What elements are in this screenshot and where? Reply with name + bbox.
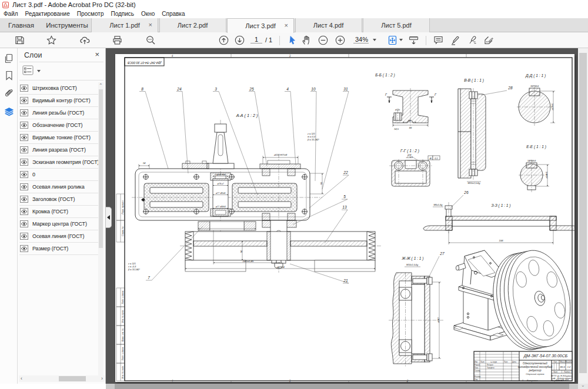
vertical-scrollbar-thumb[interactable] (579, 53, 587, 373)
fill-sign-icon[interactable] (467, 35, 478, 46)
layer-row[interactable]: Обозначение (ГОСТ) (19, 119, 102, 132)
panel-close-icon[interactable]: × (95, 50, 99, 59)
layer-row[interactable]: Маркер центра (ГОСТ) (19, 218, 102, 230)
view-label-dd: Д-Д ( 1 : 1 ) (525, 73, 546, 78)
menu-item[interactable]: Подпись (107, 11, 138, 17)
layer-visibility-eye-icon[interactable] (20, 196, 28, 203)
layer-visibility-eye-icon[interactable] (20, 208, 28, 215)
layer-options-icon[interactable] (22, 65, 34, 76)
tab-close-icon[interactable]: × (285, 21, 288, 29)
vertical-scrollbar[interactable] (578, 48, 588, 384)
zone-label: 4 (172, 55, 173, 58)
next-page-icon[interactable] (234, 35, 245, 46)
layer-visibility-eye-icon[interactable] (20, 183, 28, 190)
layer-visibility-eye-icon[interactable] (20, 233, 28, 240)
zoom-level-input[interactable]: 34% (353, 36, 369, 43)
chevron-up-icon[interactable]: ⌃ (99, 83, 103, 88)
print-icon[interactable] (112, 35, 123, 46)
layer-visibility-eye-icon[interactable] (20, 122, 28, 129)
acrobat-window: Лист 3.pdf - Adobe Acrobat Pro DC (32-bi… (0, 0, 588, 389)
callout: 4 (286, 87, 289, 91)
layers-icon[interactable] (4, 107, 14, 117)
hand-tool-icon[interactable] (301, 35, 312, 46)
tb-row: Разраб. (475, 364, 480, 366)
layer-visibility-eye-icon[interactable] (20, 146, 28, 153)
layer-visibility-eye-icon[interactable] (20, 245, 28, 252)
zoom-in-icon[interactable] (335, 35, 346, 46)
nav-tab[interactable]: Главная (6, 18, 36, 32)
document-area[interactable]: 4 3 4 3 2 ДМ-ЗКГ-54-07.30.00СБ Перв. при… (106, 48, 578, 384)
star-icon[interactable] (46, 35, 57, 46)
layer-row[interactable]: Заголовок (ГОСТ) (19, 193, 102, 206)
arrow-right-icon[interactable]: › (101, 375, 103, 381)
stamp-label: Инв. № дубл. (122, 310, 124, 323)
menu-item[interactable]: Окно (138, 11, 158, 17)
page-thumbnails-icon[interactable] (4, 53, 14, 63)
attachments-icon[interactable] (4, 88, 14, 98)
page-number-input[interactable]: 1 (250, 36, 262, 43)
zoom-dropdown-caret[interactable] (373, 39, 376, 41)
tab-close-icon[interactable]: × (149, 21, 152, 29)
layer-row[interactable]: Осевая линия (ГОСТ) (19, 230, 102, 243)
layer-row[interactable]: 0 (19, 169, 102, 181)
layer-row[interactable]: Линия резьбы (ГОСТ) (19, 107, 102, 119)
scrolling-mode-icon[interactable] (408, 35, 419, 46)
menu-item[interactable]: Файл (0, 11, 22, 17)
panel-vscroll-thumb[interactable] (99, 89, 103, 248)
layer-visibility-eye-icon[interactable] (20, 220, 28, 227)
layer-row[interactable]: Видимый контур (ГОСТ) (19, 95, 102, 107)
layer-visibility-eye-icon[interactable] (20, 109, 28, 116)
callout: 3 (215, 87, 217, 91)
horizontal-scrollbar-thumb[interactable] (115, 384, 569, 389)
dim-label: ⌀478,4 (276, 266, 285, 269)
layer-visibility-eye-icon[interactable] (20, 171, 28, 178)
menu-item[interactable]: Справка (158, 11, 188, 17)
menu-item[interactable]: Просмотр (74, 11, 108, 17)
panel-horizontal-scrollbar[interactable]: ‹ › (19, 375, 105, 382)
layer-row[interactable]: Видимые тонкие (ГОСТ) (19, 132, 102, 144)
highlight-icon[interactable] (450, 35, 461, 46)
toolbar-separator (426, 36, 426, 45)
layer-row[interactable]: Кромка (ГОСТ) (19, 206, 102, 218)
layer-row[interactable]: Линия разреза (ГОСТ) (19, 144, 102, 156)
layer-row[interactable]: Штриховка (ГОСТ) (19, 82, 102, 95)
tb-scale: 1:2 (567, 365, 571, 368)
document-tab[interactable]: Лист 3.pdf × (227, 18, 294, 33)
callout: 10 (311, 87, 316, 91)
view-label-bb: Б-Б ( 1 : 2 ) (375, 73, 395, 78)
edit-pdf-icon[interactable] (483, 35, 495, 46)
document-tab[interactable]: Лист 4.pdf (295, 18, 362, 32)
layer-row[interactable]: Размер (ГОСТ) (19, 243, 102, 255)
comment-icon[interactable] (433, 35, 444, 46)
panel-collapse-handle[interactable] (106, 207, 112, 228)
share-cloud-icon[interactable] (79, 35, 91, 46)
layer-visibility-eye-icon[interactable] (20, 134, 28, 141)
nav-tab[interactable]: Инструменты (42, 18, 92, 32)
panel-hscroll-thumb[interactable] (59, 376, 86, 381)
document-tab[interactable]: Лист 5.pdf (363, 18, 430, 32)
horizontal-scrollbar[interactable] (106, 384, 578, 389)
previous-page-icon[interactable] (218, 35, 229, 46)
document-tab[interactable]: Лист 1.pdf × (91, 18, 158, 32)
left-rail (0, 48, 18, 384)
page-fit-caret[interactable] (399, 39, 403, 41)
layer-visibility-eye-icon[interactable] (20, 159, 28, 166)
arrow-left-icon[interactable]: ‹ (21, 375, 22, 381)
search-icon[interactable] (145, 35, 156, 46)
layer-visibility-eye-icon[interactable] (20, 97, 28, 104)
zoom-out-icon[interactable] (318, 35, 329, 46)
select-tool-icon[interactable] (287, 35, 298, 46)
layer-row[interactable]: Осевая линия ролика (19, 181, 102, 193)
tb-signature: Тимофеев (487, 367, 495, 369)
panel-vertical-scrollbar[interactable]: ⌃ ⌄ (98, 82, 103, 379)
tolerance-value: 0,1 (435, 157, 438, 160)
layer-visibility-eye-icon[interactable] (20, 85, 28, 92)
menu-item[interactable]: Редактирование (22, 11, 74, 17)
layer-row[interactable]: Эскизная геометрия (ГОСТ) (19, 156, 102, 169)
bookmarks-icon[interactable] (4, 71, 14, 81)
layer-options-caret[interactable] (37, 70, 41, 72)
save-icon[interactable] (14, 35, 25, 46)
page-fit-icon[interactable] (387, 35, 398, 46)
document-tab[interactable]: Лист 2.pdf (159, 18, 226, 32)
gear-note: β = 10,142° (307, 138, 320, 141)
